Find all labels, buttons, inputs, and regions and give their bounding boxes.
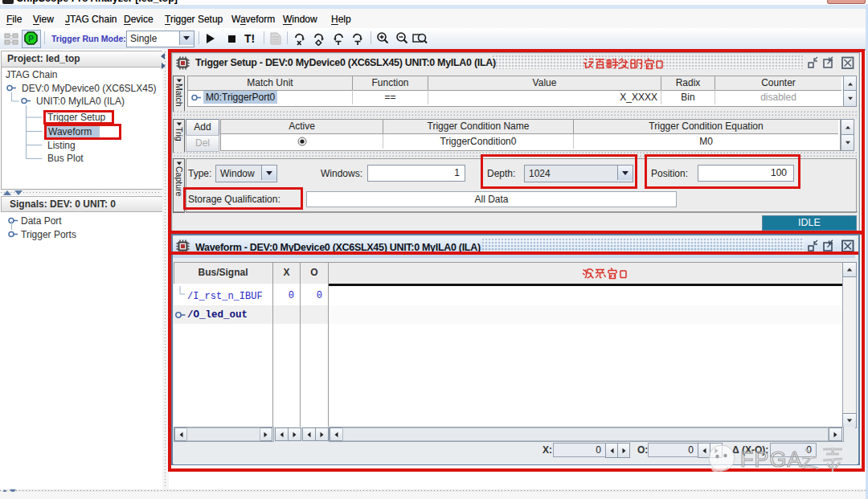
svg-text:P: P xyxy=(28,35,34,43)
svg-text:FPGA: FPGA xyxy=(740,448,803,472)
